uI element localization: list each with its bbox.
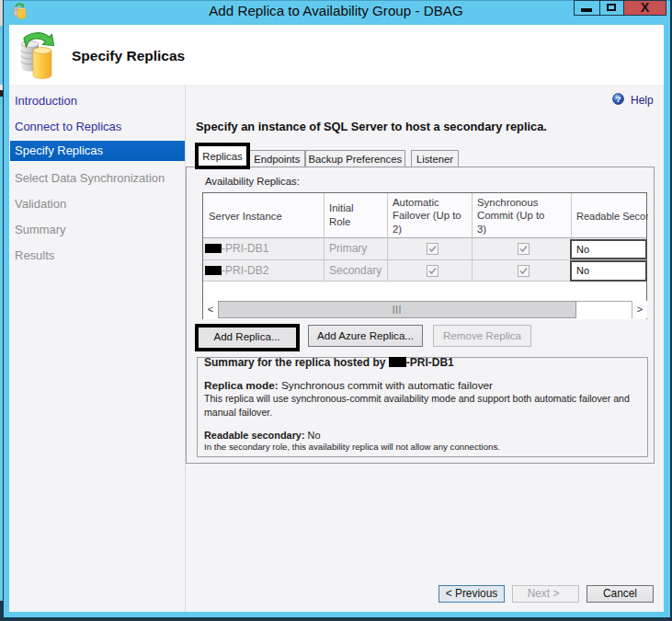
svg-text:?: ? (616, 94, 621, 104)
